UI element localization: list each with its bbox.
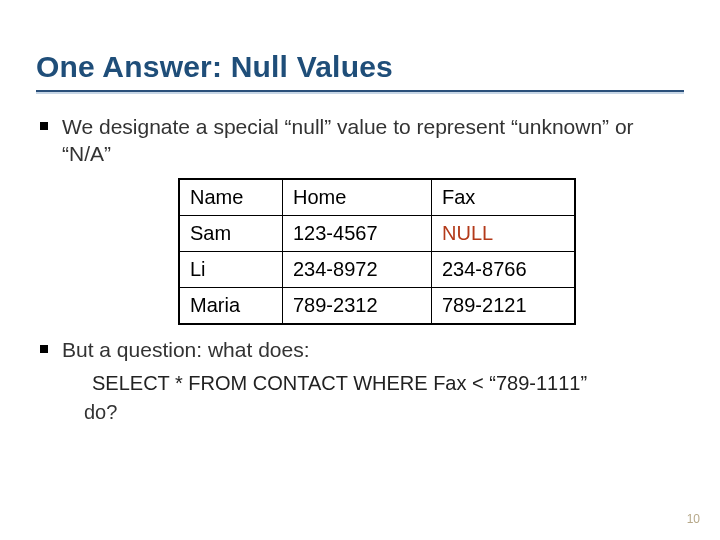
cell-name: Sam <box>179 215 283 251</box>
table-row: Maria 789-2312 789-2121 <box>179 287 575 324</box>
table-row: Li 234-8972 234-8766 <box>179 251 575 287</box>
bullet-question: But a question: what does: <box>36 337 684 364</box>
cell-home: 123-4567 <box>283 215 432 251</box>
contact-table: Name Home Fax Sam 123-4567 NULL Li 234-8… <box>178 178 576 325</box>
cell-fax: NULL <box>432 215 576 251</box>
contact-table-wrap: Name Home Fax Sam 123-4567 NULL Li 234-8… <box>178 178 684 325</box>
cell-fax: 234-8766 <box>432 251 576 287</box>
table-header-row: Name Home Fax <box>179 179 575 216</box>
sql-query: SELECT * FROM CONTACT WHERE Fax < “789-1… <box>92 372 684 395</box>
col-header-home: Home <box>283 179 432 216</box>
bullet-null-definition: We designate a special “null” value to r… <box>36 114 684 168</box>
body-list: We designate a special “null” value to r… <box>36 114 684 168</box>
title-rule-light <box>36 92 684 94</box>
page-title: One Answer: Null Values <box>36 50 684 84</box>
cell-name: Li <box>179 251 283 287</box>
cell-fax: 789-2121 <box>432 287 576 324</box>
cell-name: Maria <box>179 287 283 324</box>
col-header-name: Name <box>179 179 283 216</box>
col-header-fax: Fax <box>432 179 576 216</box>
body-list-2: But a question: what does: <box>36 337 684 364</box>
cell-home: 789-2312 <box>283 287 432 324</box>
slide: One Answer: Null Values We designate a s… <box>0 0 720 540</box>
cell-home: 234-8972 <box>283 251 432 287</box>
page-number: 10 <box>687 512 700 526</box>
table-row: Sam 123-4567 NULL <box>179 215 575 251</box>
question-do: do? <box>84 401 684 424</box>
